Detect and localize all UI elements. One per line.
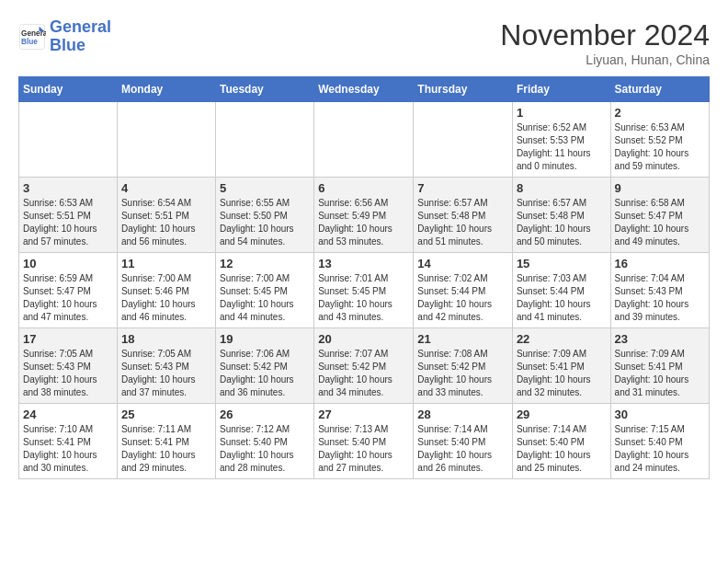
day-number: 24	[23, 408, 113, 421]
day-info: Sunrise: 7:02 AM Sunset: 5:44 PM Dayligh…	[417, 272, 508, 324]
calendar-week-row: 3Sunrise: 6:53 AM Sunset: 5:51 PM Daylig…	[19, 178, 710, 253]
day-number: 29	[517, 408, 607, 421]
calendar-cell: 4Sunrise: 6:54 AM Sunset: 5:51 PM Daylig…	[117, 178, 215, 253]
day-number: 1	[517, 106, 607, 120]
month-title: November 2024	[500, 18, 710, 52]
calendar-cell	[414, 102, 513, 178]
calendar-week-row: 1Sunrise: 6:52 AM Sunset: 5:53 PM Daylig…	[19, 102, 710, 178]
day-number: 20	[318, 332, 409, 346]
calendar-table: SundayMondayTuesdayWednesdayThursdayFrid…	[18, 76, 710, 479]
calendar-title-section: November 2024 Liyuan, Hunan, China	[500, 18, 710, 67]
calendar-cell: 1Sunrise: 6:52 AM Sunset: 5:53 PM Daylig…	[512, 102, 610, 178]
calendar-cell: 23Sunrise: 7:09 AM Sunset: 5:41 PM Dayli…	[610, 328, 709, 404]
day-info: Sunrise: 7:10 AM Sunset: 5:41 PM Dayligh…	[23, 423, 113, 475]
calendar-cell: 9Sunrise: 6:58 AM Sunset: 5:47 PM Daylig…	[610, 178, 709, 253]
day-info: Sunrise: 7:05 AM Sunset: 5:43 PM Dayligh…	[23, 348, 113, 399]
day-number: 13	[318, 257, 409, 270]
calendar-cell: 13Sunrise: 7:01 AM Sunset: 5:45 PM Dayli…	[314, 253, 414, 328]
page-header: General Blue General Blue November 2024 …	[18, 18, 710, 67]
calendar-cell: 27Sunrise: 7:13 AM Sunset: 5:40 PM Dayli…	[314, 404, 414, 479]
weekday-header-row: SundayMondayTuesdayWednesdayThursdayFrid…	[19, 77, 710, 102]
calendar-cell: 14Sunrise: 7:02 AM Sunset: 5:44 PM Dayli…	[414, 253, 513, 328]
calendar-week-row: 24Sunrise: 7:10 AM Sunset: 5:41 PM Dayli…	[19, 404, 710, 479]
day-info: Sunrise: 6:56 AM Sunset: 5:49 PM Dayligh…	[318, 197, 409, 248]
calendar-cell: 10Sunrise: 6:59 AM Sunset: 5:47 PM Dayli…	[19, 253, 118, 328]
day-info: Sunrise: 7:06 AM Sunset: 5:42 PM Dayligh…	[220, 348, 310, 399]
day-info: Sunrise: 7:14 AM Sunset: 5:40 PM Dayligh…	[517, 423, 607, 475]
day-info: Sunrise: 7:13 AM Sunset: 5:40 PM Dayligh…	[318, 423, 409, 475]
day-number: 3	[23, 181, 113, 195]
day-number: 5	[220, 181, 310, 195]
calendar-week-row: 17Sunrise: 7:05 AM Sunset: 5:43 PM Dayli…	[19, 328, 710, 404]
day-info: Sunrise: 7:00 AM Sunset: 5:46 PM Dayligh…	[121, 272, 211, 324]
day-number: 22	[517, 332, 607, 346]
day-info: Sunrise: 7:12 AM Sunset: 5:40 PM Dayligh…	[220, 423, 310, 475]
day-number: 14	[417, 257, 508, 270]
day-number: 19	[220, 332, 310, 346]
day-number: 8	[517, 181, 607, 195]
day-info: Sunrise: 7:01 AM Sunset: 5:45 PM Dayligh…	[318, 272, 409, 324]
day-info: Sunrise: 7:03 AM Sunset: 5:44 PM Dayligh…	[517, 272, 607, 324]
day-number: 27	[318, 408, 409, 421]
day-number: 12	[220, 257, 310, 270]
weekday-header-sunday: Sunday	[19, 77, 118, 102]
svg-text:Blue: Blue	[21, 37, 38, 45]
weekday-header-tuesday: Tuesday	[216, 77, 314, 102]
day-info: Sunrise: 7:08 AM Sunset: 5:42 PM Dayligh…	[417, 348, 508, 399]
day-number: 16	[615, 257, 705, 270]
calendar-week-row: 10Sunrise: 6:59 AM Sunset: 5:47 PM Dayli…	[19, 253, 710, 328]
day-info: Sunrise: 6:59 AM Sunset: 5:47 PM Dayligh…	[23, 272, 113, 324]
day-number: 11	[121, 257, 211, 270]
calendar-cell	[216, 102, 314, 178]
day-info: Sunrise: 7:09 AM Sunset: 5:41 PM Dayligh…	[615, 348, 705, 399]
calendar-cell: 18Sunrise: 7:05 AM Sunset: 5:43 PM Dayli…	[117, 328, 215, 404]
day-number: 9	[615, 181, 705, 195]
weekday-header-friday: Friday	[512, 77, 610, 102]
day-number: 7	[417, 181, 508, 195]
calendar-cell: 15Sunrise: 7:03 AM Sunset: 5:44 PM Dayli…	[512, 253, 610, 328]
calendar-cell	[117, 102, 215, 178]
day-number: 28	[417, 408, 508, 421]
logo-wordmark: General Blue	[50, 18, 111, 55]
day-number: 25	[121, 408, 211, 421]
day-info: Sunrise: 6:53 AM Sunset: 5:52 PM Dayligh…	[615, 121, 705, 173]
calendar-cell: 24Sunrise: 7:10 AM Sunset: 5:41 PM Dayli…	[19, 404, 118, 479]
weekday-header-thursday: Thursday	[414, 77, 513, 102]
day-info: Sunrise: 7:14 AM Sunset: 5:40 PM Dayligh…	[417, 423, 508, 475]
day-info: Sunrise: 7:11 AM Sunset: 5:41 PM Dayligh…	[121, 423, 211, 475]
day-info: Sunrise: 7:09 AM Sunset: 5:41 PM Dayligh…	[517, 348, 607, 399]
day-info: Sunrise: 7:07 AM Sunset: 5:42 PM Dayligh…	[318, 348, 409, 399]
day-info: Sunrise: 7:00 AM Sunset: 5:45 PM Dayligh…	[220, 272, 310, 324]
day-info: Sunrise: 6:54 AM Sunset: 5:51 PM Dayligh…	[121, 197, 211, 248]
weekday-header-wednesday: Wednesday	[314, 77, 414, 102]
calendar-cell: 25Sunrise: 7:11 AM Sunset: 5:41 PM Dayli…	[117, 404, 215, 479]
day-number: 15	[517, 257, 607, 270]
calendar-cell: 16Sunrise: 7:04 AM Sunset: 5:43 PM Dayli…	[610, 253, 709, 328]
calendar-cell: 7Sunrise: 6:57 AM Sunset: 5:48 PM Daylig…	[414, 178, 513, 253]
day-number: 10	[23, 257, 113, 270]
weekday-header-saturday: Saturday	[610, 77, 709, 102]
day-number: 23	[615, 332, 705, 346]
day-number: 6	[318, 181, 409, 195]
day-info: Sunrise: 7:05 AM Sunset: 5:43 PM Dayligh…	[121, 348, 211, 399]
calendar-cell: 8Sunrise: 6:57 AM Sunset: 5:48 PM Daylig…	[512, 178, 610, 253]
calendar-cell: 17Sunrise: 7:05 AM Sunset: 5:43 PM Dayli…	[19, 328, 118, 404]
calendar-cell: 29Sunrise: 7:14 AM Sunset: 5:40 PM Dayli…	[512, 404, 610, 479]
calendar-cell: 28Sunrise: 7:14 AM Sunset: 5:40 PM Dayli…	[414, 404, 513, 479]
day-number: 17	[23, 332, 113, 346]
calendar-cell: 6Sunrise: 6:56 AM Sunset: 5:49 PM Daylig…	[314, 178, 414, 253]
logo-icon: General Blue	[18, 23, 46, 51]
calendar-cell: 5Sunrise: 6:55 AM Sunset: 5:50 PM Daylig…	[216, 178, 314, 253]
calendar-cell: 22Sunrise: 7:09 AM Sunset: 5:41 PM Dayli…	[512, 328, 610, 404]
day-number: 30	[615, 408, 705, 421]
day-info: Sunrise: 6:57 AM Sunset: 5:48 PM Dayligh…	[417, 197, 508, 248]
calendar-cell	[314, 102, 414, 178]
day-info: Sunrise: 6:55 AM Sunset: 5:50 PM Dayligh…	[220, 197, 310, 248]
day-number: 2	[615, 106, 705, 120]
day-number: 26	[220, 408, 310, 421]
day-info: Sunrise: 7:15 AM Sunset: 5:40 PM Dayligh…	[615, 423, 705, 475]
day-info: Sunrise: 6:53 AM Sunset: 5:51 PM Dayligh…	[23, 197, 113, 248]
weekday-header-monday: Monday	[117, 77, 215, 102]
day-info: Sunrise: 7:04 AM Sunset: 5:43 PM Dayligh…	[615, 272, 705, 324]
day-number: 18	[121, 332, 211, 346]
